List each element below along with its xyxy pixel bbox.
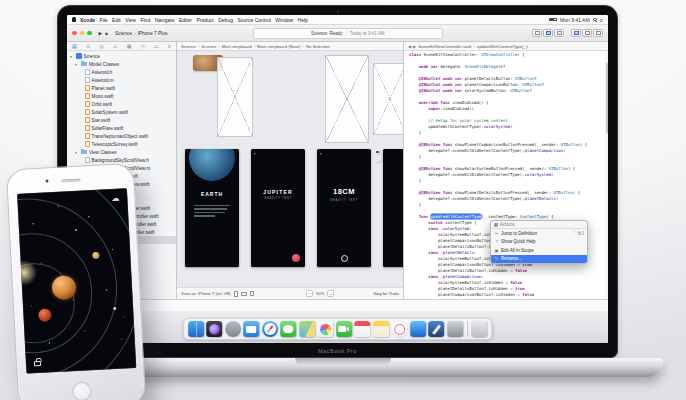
- navigator-file-row[interactable]: Planet.swift: [67, 84, 176, 92]
- test-navigator-icon[interactable]: ▦: [127, 43, 132, 49]
- jumpbar-segment[interactable]: Science: [201, 44, 216, 49]
- scheme-selector[interactable]: Science › iPhone 7 Plus: [115, 31, 167, 36]
- dock-icon-launchpad[interactable]: [225, 321, 241, 337]
- find-navigator-icon[interactable]: ◎: [99, 43, 103, 49]
- debug-area-toggle-button[interactable]: [582, 29, 592, 37]
- stop-button[interactable]: ■: [105, 31, 108, 36]
- dock-icon-app-store[interactable]: [410, 321, 426, 337]
- menu-help[interactable]: Help: [298, 17, 308, 23]
- navigator-project-row[interactable]: ▾Science: [67, 52, 176, 60]
- storyboard-canvas[interactable]: EARTH ‹ JUPITER GRAVITY TEST ‹ 18CM: [177, 51, 403, 287]
- dock-icon-maps[interactable]: [299, 321, 315, 337]
- menu-debug[interactable]: Debug: [218, 17, 233, 23]
- home-button[interactable]: [71, 381, 91, 400]
- issue-navigator-icon[interactable]: ⚠: [113, 43, 117, 49]
- dock-icon-siri[interactable]: [206, 321, 222, 337]
- version-editor-button[interactable]: [554, 29, 564, 37]
- menu-item-show-quick-help[interactable]: ?Show Quick Help: [491, 238, 587, 247]
- menu-xcode[interactable]: Xcode: [80, 17, 95, 23]
- close-button[interactable]: [72, 31, 77, 36]
- navigator-file-row[interactable]: TelescopicSurvey.swift: [67, 140, 176, 148]
- report-navigator-icon[interactable]: ≡: [168, 43, 171, 49]
- vary-for-traits-button[interactable]: Vary for Traits: [373, 291, 399, 296]
- navigator-file-row[interactable]: Asteroid.h: [67, 68, 176, 76]
- assistant-editor-button[interactable]: [543, 29, 553, 37]
- navigator-group-row[interactable]: ▾Model Classes: [67, 60, 176, 68]
- view-as-label[interactable]: View as: iPhone 7 (wC hR): [181, 291, 231, 296]
- spotlight-icon[interactable]: [593, 18, 597, 22]
- shutter-button[interactable]: [341, 255, 348, 262]
- dock-icon-messages[interactable]: [280, 321, 296, 337]
- menu-product[interactable]: Product: [196, 17, 213, 23]
- menu-editor[interactable]: Editor: [179, 17, 192, 23]
- menu-source-control[interactable]: Source Control: [237, 17, 270, 23]
- menu-navigate[interactable]: Navigate: [155, 17, 175, 23]
- dock-icon-mail[interactable]: [243, 321, 259, 337]
- jumpbar-segment[interactable]: No Selection: [306, 44, 330, 49]
- jumpbar-segment[interactable]: SceneKitViewController.swift: [418, 44, 471, 49]
- zoom-in-button[interactable]: +: [327, 290, 334, 297]
- navigator-toggle-button[interactable]: [571, 29, 581, 37]
- dock-icon-trash[interactable]: [471, 321, 487, 337]
- breakpoint-navigator-icon[interactable]: ▭: [154, 43, 159, 49]
- menu-item-jump-to-definition[interactable]: ↪Jump to Definition⌃⌘J: [491, 229, 587, 238]
- zoom-window-button[interactable]: [87, 31, 92, 36]
- dock-icon-xcode[interactable]: [428, 321, 444, 337]
- zoom-level[interactable]: 50%: [316, 291, 324, 296]
- editor-scrollbar[interactable]: [605, 51, 608, 299]
- dock-icon-photos[interactable]: [317, 321, 333, 337]
- storyboard-screen-earth[interactable]: EARTH: [185, 149, 239, 267]
- dock-icon-calendar[interactable]: [354, 321, 370, 337]
- utilities-toggle-button[interactable]: [593, 29, 603, 37]
- forward-arrow-icon[interactable]: ▶: [413, 44, 416, 49]
- symbol-navigator-icon[interactable]: ⊙: [86, 43, 90, 49]
- storyboard-wireframe[interactable]: [373, 63, 403, 135]
- jumpbar-segment[interactable]: Science: [181, 44, 196, 49]
- device-landscape-icon[interactable]: [241, 292, 247, 296]
- jumpbar-segment[interactable]: updateWithContentType(_:): [477, 44, 528, 49]
- dock-icon-safari[interactable]: [262, 321, 278, 337]
- project-navigator-icon[interactable]: ▤: [72, 43, 77, 49]
- dock-icon-system-preferences[interactable]: [447, 321, 463, 337]
- navigator-group-row[interactable]: ▾View Classes: [67, 148, 176, 156]
- record-button[interactable]: [292, 254, 300, 262]
- jumpbar-segment[interactable]: Main.storyboard: [222, 44, 252, 49]
- navigator-file-row[interactable]: SolarFlare.swift: [67, 124, 176, 132]
- minimize-button[interactable]: [80, 31, 85, 36]
- dock-icon-itunes[interactable]: [391, 321, 407, 337]
- menu-view[interactable]: View: [125, 17, 136, 23]
- navigator-file-row[interactable]: Asteroid.m: [67, 76, 176, 84]
- navigator-file-row[interactable]: Moon.swift: [67, 92, 176, 100]
- storyboard-wireframe[interactable]: [325, 55, 369, 143]
- code-line[interactable]: planetComparisonButton?.isHidden = false: [409, 292, 606, 298]
- apple-logo-icon[interactable]: [72, 17, 76, 22]
- navigator-file-row[interactable]: Orbit.swift: [67, 100, 176, 108]
- storyboard-screen-partial[interactable]: [383, 149, 403, 267]
- dock-icon-notes[interactable]: [373, 321, 389, 337]
- device-phone-small-icon[interactable]: [250, 291, 254, 296]
- navigator-file-row[interactable]: TransNeptunianObject.swift: [67, 132, 176, 140]
- debug-navigator-icon[interactable]: ◇: [141, 43, 145, 49]
- dock-icon-finder[interactable]: [188, 321, 204, 337]
- scrollbar-thumb[interactable]: [606, 63, 608, 133]
- menu-find[interactable]: Find: [140, 17, 150, 23]
- navigator-file-row[interactable]: Star.swift: [67, 116, 176, 124]
- storyboard-wireframe[interactable]: [217, 57, 253, 137]
- menu-edit[interactable]: Edit: [112, 17, 121, 23]
- navigator-file-row[interactable]: SolarSystem.swift: [67, 108, 176, 116]
- device-phone-icon[interactable]: [234, 291, 238, 297]
- zoom-out-button[interactable]: −: [306, 290, 313, 297]
- storyboard-screen-jupiter[interactable]: ‹ JUPITER GRAVITY TEST: [251, 149, 305, 267]
- menu-window[interactable]: Window: [275, 17, 293, 23]
- notification-center-icon[interactable]: ≡: [600, 17, 603, 23]
- storyboard-screen-result[interactable]: ‹ 18CM GRAVITY TEST: [317, 149, 371, 267]
- run-button[interactable]: ▶: [99, 30, 103, 36]
- menu-file[interactable]: File: [100, 17, 108, 23]
- menu-item-edit-all-in-scope[interactable]: ▣Edit All In Scope: [491, 246, 587, 255]
- menu-item-rename-[interactable]: ✎Rename...: [491, 255, 587, 264]
- standard-editor-button[interactable]: [532, 29, 542, 37]
- dock-icon-facetime[interactable]: [336, 321, 352, 337]
- jumpbar-segment[interactable]: Main.storyboard (Base): [257, 44, 301, 49]
- back-arrow-icon[interactable]: ◀: [408, 44, 411, 49]
- navigator-file-row[interactable]: BackgroundSkyScrollView.h: [67, 156, 176, 164]
